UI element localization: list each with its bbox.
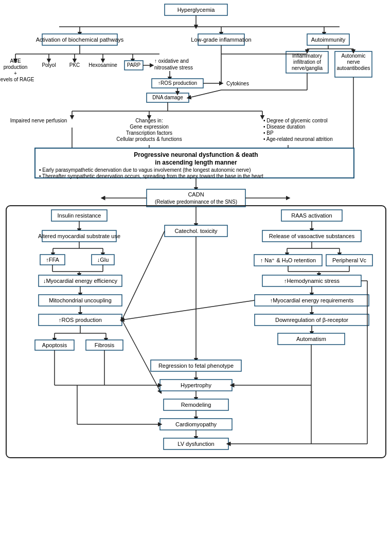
parp-label: PARP bbox=[127, 62, 141, 68]
cadn-l2: (Relative predominance of the SNS) bbox=[155, 199, 237, 205]
svg-rect-90 bbox=[262, 275, 361, 286]
svg-rect-7 bbox=[198, 34, 244, 45]
dna-damage-label: DNA damage bbox=[152, 95, 183, 100]
svg-rect-49 bbox=[147, 189, 245, 207]
svg-line-99 bbox=[122, 320, 161, 392]
svg-rect-6 bbox=[42, 34, 117, 45]
svg-line-123 bbox=[122, 231, 165, 320]
automatism-label: Automatism bbox=[296, 336, 326, 342]
svg-rect-60 bbox=[40, 255, 65, 265]
downregulation-label: Downregulation of β-receptor bbox=[275, 317, 348, 323]
svg-rect-85 bbox=[326, 255, 372, 266]
age-line4: ↓levels of RAGE bbox=[0, 77, 34, 82]
svg-rect-47 bbox=[35, 148, 354, 178]
raas-label: RAAS activation bbox=[291, 212, 332, 219]
degree-l2: • Disease duration bbox=[263, 124, 305, 130]
ffa-label: ↑FFA bbox=[46, 257, 59, 263]
degree-l4: • Age-related neuronal attrition bbox=[263, 136, 333, 142]
remodeling-label: Remodeling bbox=[181, 402, 211, 408]
svg-rect-102 bbox=[160, 380, 232, 391]
diagram-container: Hyperglycemia Activation of biochemical … bbox=[0, 0, 392, 10]
svg-rect-94 bbox=[255, 314, 369, 326]
autonomic-l3: autoantibodies bbox=[336, 65, 370, 71]
svg-line-114 bbox=[122, 300, 255, 320]
lv-dysfunction-label: LV dysfunction bbox=[177, 441, 214, 447]
inflammatory-l2: infiltration of bbox=[293, 59, 321, 65]
catechol-label: Catechol. toxicity bbox=[174, 228, 218, 234]
svg-rect-22 bbox=[286, 51, 328, 73]
arrows-svg: Hyperglycemia Activation of biochemical … bbox=[0, 0, 392, 540]
svg-rect-97 bbox=[165, 225, 227, 237]
impaired-nerve-label: Impaired nerve perfusion bbox=[10, 118, 67, 123]
oxidative-line2: nitrosative stress bbox=[154, 65, 193, 70]
svg-rect-70 bbox=[39, 314, 122, 326]
svg-rect-75 bbox=[35, 340, 74, 350]
svg-line-34 bbox=[189, 90, 221, 98]
activation-label: Activation of biochemical pathways bbox=[36, 37, 124, 43]
na-retention-label: ↑ Na⁺ & H₂O retention bbox=[260, 257, 316, 263]
glu-label: ↓Glu bbox=[97, 257, 109, 263]
degree-l1: • Degree of glycemic control bbox=[263, 118, 328, 123]
svg-rect-84 bbox=[254, 255, 322, 266]
changes-l1: Changes in: bbox=[135, 118, 163, 123]
regression-label: Regression to fetal phenotype bbox=[158, 363, 234, 369]
progressive-b2: • Thereafter sympathetic denervation occ… bbox=[39, 173, 263, 179]
altered-myocardial-label: Altered myocardial substrate use bbox=[38, 233, 120, 239]
svg-rect-109 bbox=[164, 399, 228, 410]
svg-rect-55 bbox=[42, 230, 116, 242]
hemodynamic-label: ↑Hemodynamic stress bbox=[284, 278, 340, 284]
svg-rect-100 bbox=[151, 360, 241, 371]
svg-rect-23 bbox=[335, 51, 372, 77]
svg-rect-96 bbox=[278, 333, 345, 345]
autonomic-l1: Autonomic bbox=[341, 53, 365, 59]
changes-l4: Cellular products & functions bbox=[116, 136, 182, 142]
ros2-label: ↑ROS production bbox=[59, 317, 102, 323]
age-line1: AGE bbox=[10, 58, 21, 64]
progressive-subtitle: in ascending length manner bbox=[155, 159, 237, 166]
progressive-title: Progressive neuronal dysfunction & death bbox=[134, 151, 258, 158]
inflammatory-l3: nerve/ganglia bbox=[292, 65, 323, 71]
cardiomyopathy-label: Cardiomyopathy bbox=[175, 421, 217, 427]
svg-rect-16 bbox=[124, 61, 143, 70]
changes-l2: Gene expression bbox=[130, 124, 169, 130]
svg-rect-19 bbox=[152, 79, 203, 88]
svg-rect-92 bbox=[255, 295, 369, 306]
svg-rect-77 bbox=[281, 210, 342, 221]
myocardial-energy-req-label: ↑Myocardial energy requirements bbox=[270, 297, 354, 303]
svg-rect-122 bbox=[6, 206, 386, 458]
svg-rect-0 bbox=[165, 4, 227, 15]
release-vasoactive-label: Release of vasoactive substances bbox=[269, 233, 355, 239]
svg-rect-61 bbox=[92, 255, 114, 265]
svg-rect-111 bbox=[160, 419, 232, 430]
svg-rect-76 bbox=[86, 340, 123, 350]
oxidative-line1: ↑ oxidative and bbox=[154, 58, 189, 64]
svg-rect-66 bbox=[39, 275, 122, 286]
progressive-b1: • Early parasympathetic denervation due … bbox=[39, 167, 251, 173]
insulin-resistance-label: Insulin resistance bbox=[58, 212, 101, 219]
age-line3: + bbox=[14, 70, 17, 76]
peripheral-vc-label: Peripheral Vc bbox=[332, 257, 367, 263]
ros1-label: ↑ROS production bbox=[158, 80, 197, 86]
age-line2: production bbox=[4, 64, 28, 70]
fibrosis-label: Fibrosis bbox=[95, 342, 115, 348]
apoptosis-label: Apoptosis bbox=[42, 342, 67, 348]
hyperglycemia-label: Hyperglycemia bbox=[177, 7, 216, 13]
cadn-l1: CADN bbox=[188, 191, 204, 197]
mitochondrial-label: Mitochondrial uncoupling bbox=[49, 297, 112, 303]
changes-l3: Transcription factors bbox=[126, 130, 172, 136]
svg-rect-8 bbox=[307, 34, 349, 45]
svg-rect-53 bbox=[51, 210, 107, 221]
low-grade-label: Low-grade inflammation bbox=[191, 37, 251, 43]
pkc-label: PKC bbox=[69, 62, 80, 68]
svg-rect-68 bbox=[39, 295, 122, 306]
svg-rect-79 bbox=[262, 230, 361, 242]
autoimmunity-label: Autoimmunity bbox=[311, 37, 346, 43]
svg-rect-32 bbox=[147, 93, 189, 102]
svg-rect-113 bbox=[164, 438, 228, 449]
myocardial-efficiency-label: ↓Myocardial energy efficiency bbox=[43, 278, 118, 284]
polyol-label: Polyol bbox=[42, 62, 56, 68]
inflammatory-l1: Inflammatory bbox=[292, 53, 322, 59]
degree-l3: • BP bbox=[263, 130, 274, 136]
hypertrophy-label: Hypertrophy bbox=[181, 382, 211, 388]
autonomic-l2: nerve bbox=[347, 59, 360, 65]
